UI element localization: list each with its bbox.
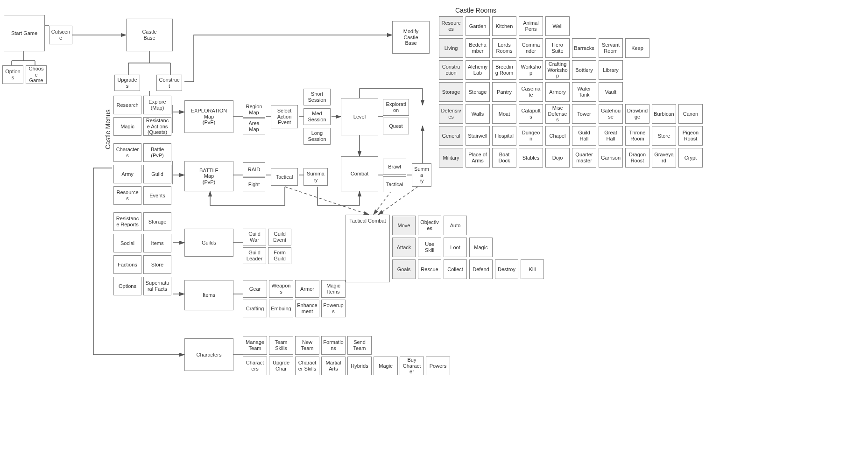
text: Modify Castle Base [403, 28, 418, 46]
text: BATTLE Map (PvP) [199, 168, 219, 185]
guild-1-0: Guild Leader [243, 247, 266, 264]
room-rowlabel-5: General [439, 126, 463, 146]
room-1-3: Hero Suite [545, 38, 570, 58]
node-tactical: Tactical [271, 168, 298, 186]
tac-rowlabel-0: Move [392, 216, 416, 235]
combat-sub-0: Brawl [383, 159, 406, 175]
node-exploration-map: EXPLORATION Map (PvE) [184, 100, 233, 133]
room-0-1: Kitchen [492, 16, 516, 36]
menu-options: Options [113, 277, 141, 295]
tac-cell-1-2: Magic [469, 238, 493, 257]
battle-sub-0: RAID [243, 162, 265, 176]
menu-magic: Magic [113, 117, 141, 136]
room-3-3: Armory [545, 82, 570, 102]
node-options: Options [2, 65, 23, 84]
chars-0-2: New Team [295, 336, 319, 355]
items-1-3: Powerups [321, 300, 346, 317]
text: EXPLORATION Map (PvE) [191, 108, 227, 126]
tac-cell-1-0: Use Skill [418, 238, 441, 257]
tac-cell-0-1: Auto [444, 216, 467, 235]
room-5-3: Chapel [545, 126, 570, 146]
node-start-game: Start Game [4, 15, 45, 51]
node-cutscene: Cutscene [49, 26, 72, 44]
tac-rowlabel-2: Goals [392, 259, 416, 279]
items-0-2: Armor [295, 280, 319, 298]
label-castle-rooms: Castle Rooms [455, 7, 496, 14]
label-castle-menus: Castle Menus [104, 109, 112, 149]
chars-1-4: Hybrids [347, 357, 372, 375]
room-4-8: Canon [678, 104, 703, 124]
room-4-7: Burbican [652, 104, 676, 124]
node-level: Level [341, 98, 378, 135]
room-6-6: Dragon Roost [625, 148, 649, 168]
text: Summa ry [307, 171, 325, 182]
room-3-1: Pantry [492, 82, 516, 102]
text: Tactical Combat [349, 218, 386, 224]
room-rowlabel-6: Military [439, 148, 463, 168]
tac-rowlabel-1: Attack [392, 238, 416, 257]
node-construct: Construct [156, 75, 182, 91]
menu-resistance-reports: Resistance Reports [113, 212, 141, 231]
text: Castle Rooms [455, 7, 496, 14]
menu-explore-map-: Explore (Map) [143, 96, 171, 114]
room-rowlabel-1: Living [439, 38, 463, 58]
room-1-2: Commander [519, 38, 543, 58]
room-4-4: Tower [572, 104, 596, 124]
node-choose-game: Choose Game [26, 65, 47, 84]
text: Guilds [202, 240, 216, 246]
menu-resources: Resources [113, 186, 141, 205]
room-2-4: Bottlery [572, 60, 596, 80]
text: Construct [158, 77, 180, 89]
room-rowlabel-2: Construction [439, 60, 463, 80]
text: Options [4, 69, 21, 80]
text: Tactical [276, 174, 293, 180]
items-0-0: Gear [243, 280, 267, 298]
room-0-2: Animal Pens [519, 16, 543, 36]
text: Start Game [11, 30, 37, 36]
room-3-4: Water Tank [572, 82, 596, 102]
menu-battle-pvp-: Battle (PvP) [143, 143, 171, 162]
text: Summa ry [414, 166, 430, 184]
text: Castle Menus [104, 109, 112, 149]
room-5-4: Guild Hall [572, 126, 596, 146]
room-6-1: Boat Dock [492, 148, 516, 168]
node-combat: Combat [341, 156, 378, 191]
room-0-0: Garden [466, 16, 490, 36]
room-rowlabel-0: Resources [439, 16, 463, 36]
room-4-6: Drawbridge [625, 104, 649, 124]
chars-1-6: Buy Character [400, 357, 424, 375]
items-0-1: Weapons [269, 280, 293, 298]
tac-cell-2-4: Kill [521, 259, 544, 279]
tac-cell-2-0: Rescue [418, 259, 441, 279]
node-battle-map: BATTLE Map (PvP) [184, 161, 233, 191]
room-2-3: Crafting Workshop [545, 60, 570, 80]
room-1-4: Barracks [572, 38, 596, 58]
room-5-2: Dungeon [519, 126, 543, 146]
text: Choose Game [28, 66, 45, 84]
room-3-0: Storage [466, 82, 490, 102]
room-5-7: Store [652, 126, 676, 146]
text: Items [203, 292, 215, 298]
room-1-1: Lords Rooms [492, 38, 516, 58]
chars-1-0: Characters [243, 357, 267, 375]
menu-supernatural-facts: Supernatural Facts [143, 277, 171, 295]
menu-resistance-actions-quests-: Resistance Actions (Quests) [143, 117, 171, 136]
node-battle-summary: Summa ry [303, 168, 328, 186]
session-0: Short Session [303, 89, 331, 105]
menu-factions: Factions [113, 255, 141, 274]
node-upgrades: Upgrades [114, 75, 140, 91]
text: Characters [197, 352, 222, 358]
node-tactical-combat: Tactical Combat [346, 215, 390, 282]
tac-cell-2-2: Defend [469, 259, 493, 279]
tac-cell-0-0: Objectives [418, 216, 441, 235]
menu-army: Army [113, 165, 141, 183]
room-4-1: Moat [492, 104, 516, 124]
room-3-5: Vault [599, 82, 623, 102]
chars-0-3: Formations [321, 336, 346, 355]
node-items: Items [184, 280, 233, 310]
room-6-2: Stables [519, 148, 543, 168]
menu-store: Store [143, 255, 171, 274]
room-6-3: Dojo [545, 148, 570, 168]
guild-1-1: Form Guild [268, 247, 291, 264]
chars-0-0: Manage Team [243, 336, 267, 355]
